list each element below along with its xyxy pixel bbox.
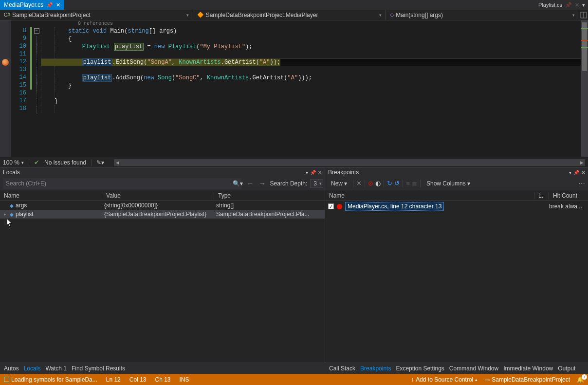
window-position-icon[interactable]: ▾ — [569, 170, 571, 175]
go-to-source-icon[interactable]: ≡ — [406, 180, 410, 187]
code-line[interactable]: static void Main(string[] args) — [41, 27, 581, 35]
preview-pin-icon[interactable]: 📌 — [565, 2, 572, 8]
panel-tab[interactable]: Call Stack — [329, 365, 355, 372]
code-line[interactable]: playlist.AddSong(new Song("SongC", Known… — [41, 74, 581, 82]
close-icon[interactable]: ✕ — [575, 2, 579, 8]
code-line[interactable]: playlist.EditSong("SongA", KnownArtists.… — [41, 58, 581, 66]
panel-titlebar[interactable]: Breakpoints ▾ 📌 ✕ — [325, 168, 588, 177]
arrow-right-icon[interactable]: → — [258, 179, 267, 187]
status-char[interactable]: Ch 13 — [155, 376, 170, 383]
col-type[interactable]: Type — [214, 192, 325, 199]
status-line[interactable]: Ln 12 — [106, 376, 121, 383]
chevron-down-icon[interactable]: ▾ — [319, 181, 322, 186]
show-columns-button[interactable]: Show Columns ▾ — [423, 179, 473, 188]
tab-background[interactable]: Playlist.cs — [538, 2, 562, 8]
scrollbar-change-marker — [581, 28, 588, 29]
var-name: args — [16, 202, 27, 209]
scrollbar-breakpoint-marker — [581, 40, 588, 41]
table-row[interactable]: ▸◆playlist{SampleDataBreakpointProject.P… — [0, 210, 325, 219]
brush-icon[interactable]: ✎▾ — [96, 159, 104, 166]
table-row[interactable]: ✓MediaPlayer.cs, line 12 character 13bre… — [325, 201, 588, 212]
window-position-icon[interactable]: ▾ — [306, 170, 308, 175]
expander-icon[interactable]: ▸ — [2, 212, 8, 217]
code-line[interactable]: } — [41, 82, 581, 90]
delete-icon[interactable]: ✕ — [356, 180, 362, 187]
chevron-down-icon[interactable]: ▾ — [379, 13, 382, 18]
notifications[interactable]: 🔔 1 — [577, 376, 584, 383]
overflow-icon[interactable]: ⋯ — [578, 180, 585, 187]
fold-gutter[interactable]: − — [32, 20, 41, 157]
table-row[interactable]: ◆args{string[0x00000000]}string[] — [0, 201, 325, 210]
code-line[interactable]: } — [41, 97, 581, 105]
breakpoint-gutter[interactable] — [0, 20, 11, 157]
export-icon[interactable]: ↻ — [387, 180, 392, 187]
nav-method[interactable]: ◇ Main(string[] args) ▾ — [386, 10, 579, 20]
toggle-all-breakpoints-icon[interactable]: ◐ — [375, 180, 381, 187]
panel-tab[interactable]: Watch 1 — [45, 365, 67, 372]
col-hitcount[interactable]: Hit Count — [549, 192, 588, 199]
go-to-disasm-icon[interactable]: ≣ — [412, 180, 417, 187]
tab-active[interactable]: MediaPlayer.cs 📌 ✕ — [0, 0, 64, 10]
code-line[interactable]: { — [41, 35, 581, 43]
panel-tab[interactable]: Immediate Window — [503, 365, 553, 372]
nav-class[interactable]: 🔶 SampleDataBreakpointProject.MediaPlaye… — [193, 10, 386, 20]
breakpoint-marker[interactable] — [2, 59, 9, 66]
nav-project[interactable]: C# SampleDataBreakpointProject ▾ — [0, 10, 193, 20]
panel-tab[interactable]: Exception Settings — [396, 365, 444, 372]
search-icon[interactable]: 🔍▾ — [233, 180, 243, 187]
close-icon[interactable]: ✕ — [56, 2, 60, 8]
col-value[interactable]: Value — [102, 192, 214, 199]
scroll-left-icon[interactable]: ◀ — [114, 160, 121, 165]
status-project[interactable]: ▭ SampleDataBreakpointProject — [484, 376, 570, 383]
code-editor[interactable]: 89101112131415161718 − 0 references stat… — [0, 20, 588, 157]
new-breakpoint-button[interactable]: New ▾ — [328, 179, 350, 188]
pin-icon[interactable]: 📌 — [310, 170, 316, 175]
import-icon[interactable]: ↺ — [394, 180, 400, 187]
code-line[interactable] — [41, 51, 581, 58]
fold-minus-icon[interactable]: − — [34, 28, 39, 34]
svg-marker-2 — [7, 219, 12, 227]
panel-tab[interactable]: Command Window — [449, 365, 498, 372]
panel-tab[interactable]: Locals — [24, 365, 41, 372]
code-line[interactable]: Playlist playlist = new Playlist("My Pla… — [41, 43, 581, 51]
chevron-down-icon[interactable]: ▾ — [186, 13, 189, 18]
col-name[interactable]: Name — [325, 192, 534, 199]
panel-tab[interactable]: Find Symbol Results — [72, 365, 125, 372]
search-input[interactable]: Search (Ctrl+E) — [3, 178, 241, 189]
pin-icon[interactable]: 📌 — [573, 170, 579, 175]
delete-all-breakpoints-icon[interactable]: ⊘ — [368, 180, 373, 187]
close-icon[interactable]: ✕ — [581, 170, 585, 175]
code-line[interactable] — [41, 105, 581, 113]
col-name[interactable]: Name — [0, 192, 102, 199]
breakpoint-text[interactable]: MediaPlayer.cs, line 12 character 13 — [345, 202, 444, 211]
code-line[interactable] — [41, 90, 581, 97]
close-icon[interactable]: ✕ — [318, 170, 322, 175]
col-labels[interactable]: L. — [534, 192, 549, 199]
panel-tab[interactable]: Breakpoints — [360, 365, 391, 372]
scroll-right-icon[interactable]: ▶ — [578, 160, 585, 165]
code-line[interactable] — [41, 66, 581, 74]
locals-columns[interactable]: Name Value Type — [0, 190, 325, 201]
status-ins[interactable]: INS — [180, 376, 189, 383]
panel-tab[interactable]: Autos — [4, 365, 19, 372]
horizontal-scrollbar[interactable]: ◀ ▶ — [114, 159, 585, 166]
chevron-down-icon[interactable]: ▾ — [572, 13, 575, 18]
scroll-thumb[interactable] — [582, 22, 587, 71]
tab-overflow-icon[interactable]: ▾ — [582, 2, 585, 8]
codelens[interactable]: 0 references — [41, 20, 581, 27]
cursor-icon — [7, 219, 14, 227]
status-col[interactable]: Col 13 — [129, 376, 147, 383]
nav-class-label: SampleDataBreakpointProject.MediaPlayer — [206, 12, 318, 18]
arrow-left-icon[interactable]: ← — [246, 179, 255, 187]
checkbox[interactable]: ✓ — [328, 203, 334, 209]
add-source-control[interactable]: ↑ Add to Source Control ▴ — [411, 376, 478, 383]
chevron-down-icon[interactable]: ▾ — [21, 160, 24, 165]
panel-titlebar[interactable]: Locals ▾ 📌 ✕ — [0, 168, 325, 177]
vertical-scrollbar[interactable] — [581, 20, 588, 157]
code-area[interactable]: 0 references static void Main(string[] a… — [41, 20, 581, 157]
zoom-control[interactable]: 100 % ▾ — [3, 159, 24, 166]
pin-icon[interactable]: 📌 — [46, 2, 53, 8]
split-editor-icon[interactable] — [579, 10, 588, 20]
panel-tab[interactable]: Output — [558, 365, 575, 372]
breakpoints-columns[interactable]: Name L. Hit Count — [325, 190, 588, 201]
